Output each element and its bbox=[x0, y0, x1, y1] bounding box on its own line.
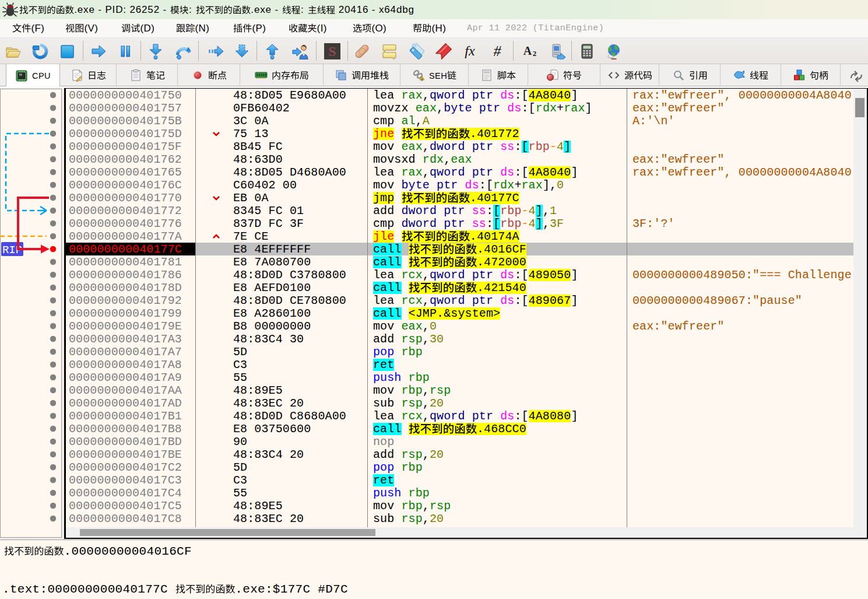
svg-text:A: A bbox=[523, 44, 532, 57]
svg-text:fx: fx bbox=[465, 43, 475, 58]
svg-text:!: ! bbox=[421, 78, 423, 82]
svg-text:#: # bbox=[494, 43, 502, 59]
svg-text:2: 2 bbox=[533, 49, 537, 58]
svg-text:S: S bbox=[328, 44, 336, 59]
